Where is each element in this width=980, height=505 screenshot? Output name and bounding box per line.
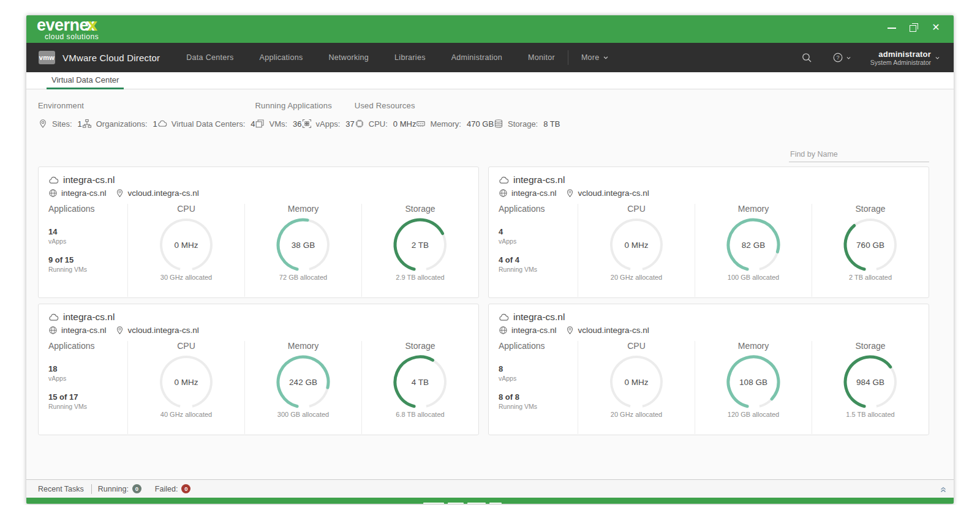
gauge-title: Memory [288, 341, 319, 351]
double-chevron-up-icon [939, 485, 948, 493]
location-pin-icon [115, 326, 124, 335]
gauge-column: CPU 0 MHz 20 GHz allocated [578, 341, 695, 434]
nav-tab[interactable]: Monitor [515, 43, 568, 72]
gauge-allocated: 20 GHz allocated [611, 411, 662, 418]
pin-icon [38, 119, 48, 129]
more-label: More [581, 53, 600, 62]
card-header: integra-cs.nl integra-cs.nl vcloud.integ… [489, 174, 929, 198]
summary-section-title: Environment [38, 101, 255, 110]
summary-section-title: Running Applications [255, 101, 354, 110]
datacenter-card: integra-cs.nl integra-cs.nl vcloud.integ… [488, 166, 929, 298]
gauge-column: Memory 38 GB 72 GB allocated [244, 204, 361, 297]
gauge-title: Storage [405, 204, 435, 214]
usage-gauge: 0 MHz [608, 354, 665, 410]
gauge-value: 2 TB [412, 241, 429, 250]
summary-item: Sites: 1 [38, 119, 82, 129]
summary-item-value: 0 MHz [393, 119, 417, 129]
datacenter-name[interactable]: integra-cs.nl [48, 174, 469, 185]
globe-icon [499, 189, 508, 198]
usage-gauge: 0 MHz [608, 217, 665, 273]
card-columns: Applications 4 vApps 4 of 4 Running VMs … [489, 204, 929, 297]
card-columns: Applications 8 vApps 8 of 8 Running VMs … [489, 341, 929, 434]
nav-tab[interactable]: Networking [316, 43, 382, 72]
nav-tab[interactable]: Administration [439, 43, 515, 72]
summary-item-value: 4 [251, 119, 255, 129]
failed-count-badge: 0 [181, 484, 190, 493]
summary-bar: Environment Sites: 1 Orga [38, 101, 929, 139]
gauge-value: 4 TB [412, 378, 429, 387]
applications-title: Applications [48, 204, 127, 214]
gauge-value: 38 GB [292, 241, 315, 250]
footer-strip [26, 498, 954, 504]
user-menu[interactable]: administrator System Administrator [870, 50, 940, 66]
running-vms-count: 8 of 8 [499, 392, 578, 402]
minimize-button[interactable] [888, 23, 896, 32]
brand-name-prefix: everne [37, 16, 88, 34]
summary-item-label: VMs: [269, 119, 287, 129]
usage-gauge: 0 MHz [158, 217, 214, 273]
tab-virtual-data-center[interactable]: Virtual Data Center [47, 72, 124, 89]
gauge-column: Storage 4 TB 6.8 TB allocated [361, 341, 478, 434]
datacenter-name[interactable]: integra-cs.nl [499, 174, 919, 185]
gauge-column: Storage 760 GB 2 TB allocated [812, 204, 929, 297]
nav-tab[interactable]: Data Centers [173, 43, 246, 72]
running-count-badge: 0 [132, 484, 141, 493]
gauge-title: CPU [627, 204, 646, 214]
titlebar: evernexx cloud solutions ✕ [26, 15, 954, 43]
vapps-label: vApps [499, 238, 578, 245]
summary-section: Running Applications VMs: 36 [255, 101, 354, 139]
gauge-value: 0 MHz [174, 378, 198, 387]
restore-button[interactable] [910, 23, 918, 32]
close-button[interactable]: ✕ [932, 23, 940, 32]
site-address: vcloud.integra-cs.nl [578, 326, 649, 335]
search-button[interactable] [791, 52, 822, 63]
summary-item: CPU: 0 MHz [355, 119, 417, 129]
summary-section: Environment Sites: 1 Orga [38, 101, 255, 139]
vapps-count: 8 [499, 364, 578, 373]
gauge-title: Memory [738, 341, 769, 351]
org-icon [82, 119, 92, 129]
gauge-column: Memory 82 GB 100 GB allocated [695, 204, 812, 297]
summary-section-title: Used Resources [355, 101, 560, 110]
cloud-icon [48, 175, 59, 185]
running-tasks: Running: 0 [98, 484, 141, 493]
nav-tab[interactable]: Libraries [382, 43, 439, 72]
datacenter-name-text: integra-cs.nl [63, 174, 115, 185]
summary-item-value: 37 [345, 119, 354, 129]
summary-item: Storage: 8 TB [494, 119, 560, 129]
running-vms-count: 4 of 4 [499, 255, 578, 264]
cloud-icon [48, 312, 59, 323]
gauge-column: Storage 984 GB 1.5 TB allocated [812, 341, 929, 434]
tasks-divider [91, 484, 92, 494]
gauge-column: CPU 0 MHz 20 GHz allocated [578, 204, 695, 297]
datacenter-card: integra-cs.nl integra-cs.nl vcloud.integ… [488, 304, 929, 435]
gauge-column: Memory 108 GB 120 GB allocated [695, 341, 812, 434]
summary-item-label: Memory: [430, 119, 461, 129]
user-texts: administrator System Administrator [870, 50, 931, 66]
datacenter-name[interactable]: integra-cs.nl [499, 312, 919, 323]
datacenter-name[interactable]: integra-cs.nl [48, 312, 469, 323]
nav-tab[interactable]: Applications [247, 43, 316, 72]
expand-tasks-button[interactable] [939, 485, 948, 493]
gauge-column: CPU 0 MHz 40 GHz allocated [127, 341, 244, 434]
usage-gauge: 760 GB [842, 217, 899, 273]
site-address: vcloud.integra-cs.nl [578, 189, 649, 198]
svg-text:?: ? [836, 54, 839, 61]
summary-item-label: Storage: [508, 119, 538, 129]
location-pin-icon [115, 189, 124, 198]
card-subheader: integra-cs.nl vcloud.integra-cs.nl [48, 189, 469, 198]
card-header: integra-cs.nl integra-cs.nl vcloud.integ… [39, 174, 478, 198]
cloud-icon [499, 175, 509, 185]
help-menu[interactable]: ? [823, 52, 861, 63]
find-by-name-input[interactable] [789, 148, 929, 162]
org-name: integra-cs.nl [511, 189, 557, 198]
summary-item-value: 1 [78, 119, 82, 129]
card-subheader: integra-cs.nl vcloud.integra-cs.nl [499, 189, 919, 198]
chevron-down-icon [603, 54, 609, 61]
summary-item: Organizations: 1 [82, 119, 157, 129]
usage-gauge: 108 GB [725, 354, 782, 410]
nav-tab-more[interactable]: More [568, 43, 622, 72]
find-row [38, 148, 929, 162]
gauge-allocated: 300 GB allocated [277, 411, 329, 418]
summary-item: VMs: 36 [255, 119, 301, 129]
